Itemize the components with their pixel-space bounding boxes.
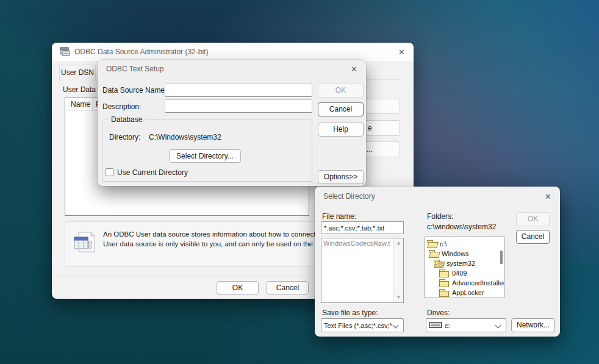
select-directory-close-icon[interactable]: ✕ [543, 192, 553, 201]
data-source-name-label: Data Source Name: [102, 86, 167, 95]
main-cancel-button[interactable]: Cancel [267, 281, 309, 294]
tree-item-label: c:\ [440, 240, 447, 248]
network-button-label: Network... [517, 321, 550, 329]
network-button[interactable]: Network... [511, 318, 555, 332]
save-file-as-type-label: Save file as type: [322, 309, 378, 317]
main-cancel-label: Cancel [276, 284, 299, 292]
directory-label: Directory: [109, 133, 140, 141]
database-groupbox: Database Directory: C:\Windows\system32 … [102, 120, 312, 182]
folder-closed-icon [439, 269, 450, 277]
tree-scrollbar-thumb[interactable] [500, 251, 503, 264]
text-setup-ok-button[interactable]: OK [318, 84, 364, 98]
text-setup-title: ODBC Text Setup [106, 65, 164, 73]
tab-user-dsn-label: User DSN [61, 68, 94, 77]
tree-item-0409[interactable]: 0409 [439, 268, 467, 278]
main-ok-label: OK [232, 284, 243, 292]
chevron-down-icon [495, 323, 501, 329]
folder-open-icon [429, 250, 439, 258]
drive-icon [429, 322, 442, 329]
select-directory-cancel-label: Cancel [522, 232, 544, 241]
info-text-line1: An ODBC User data source stores informat… [103, 229, 339, 239]
remove-button-label: e [368, 124, 372, 132]
current-folder-path: c:\windows\system32 [427, 223, 496, 231]
datasource-info-icon [71, 231, 97, 258]
text-setup-help-button[interactable]: Help [318, 123, 364, 137]
select-directory-dialog: Select Directory ✕ File name: WindowsCod… [315, 187, 560, 337]
data-source-name-input[interactable] [165, 84, 312, 97]
drives-dropdown[interactable]: c: [426, 318, 506, 332]
folder-closed-icon [439, 289, 450, 297]
tree-item-applocker[interactable]: AppLocker [439, 288, 484, 298]
folder-closed-icon [439, 279, 450, 287]
file-list-item[interactable]: WindowsCodecsRaw.t [323, 240, 394, 247]
folder-tree[interactable]: c:\ Windows system32 0409 AdvancedInstal… [425, 237, 504, 298]
tree-item-label: AppLocker [452, 289, 484, 296]
database-legend: Database [109, 115, 145, 124]
file-list[interactable]: WindowsCodecsRaw.t ▲ ▼ [321, 238, 404, 303]
main-ok-button[interactable]: OK [217, 281, 259, 294]
folder-open-icon [427, 240, 437, 248]
select-directory-ok-button[interactable]: OK [516, 212, 550, 226]
tree-item-label: system32 [447, 260, 475, 267]
directory-value: C:\Windows\system32 [149, 133, 221, 141]
file-type-dropdown[interactable]: Text Files (*.asc;*.csv;*. [321, 318, 404, 332]
tree-item-label: 0409 [452, 269, 467, 277]
odbc-app-icon [60, 47, 70, 57]
chevron-down-icon [393, 323, 399, 329]
tree-item-advancedinstallers[interactable]: AdvancedInstallers [439, 278, 504, 288]
drives-label: Drives: [427, 309, 450, 317]
odbc-text-setup-dialog: ODBC Text Setup ✕ Data Source Name: Desc… [98, 60, 366, 186]
configure-button-label: ... [367, 145, 373, 154]
desktop-wallpaper: ODBC Data Source Administrator (32-bit) … [0, 0, 599, 364]
tree-item-system32[interactable]: system32 [434, 259, 475, 268]
text-setup-cancel-button[interactable]: Cancel [318, 102, 364, 116]
tree-item-c-drive[interactable]: c:\ [427, 239, 447, 249]
user-data-sources-label: User Data S [63, 85, 102, 94]
tree-item-label: AdvancedInstallers [452, 279, 504, 287]
folder-open-selected-icon [434, 260, 444, 268]
text-setup-options-button[interactable]: Options>> [318, 170, 364, 184]
info-text-line2: User data source is only visible to you,… [103, 239, 339, 249]
file-type-value: Text Files (*.asc;*.csv;*. [324, 322, 392, 329]
tree-item-windows[interactable]: Windows [429, 249, 469, 259]
text-setup-ok-label: OK [335, 86, 346, 95]
text-setup-close-icon[interactable]: ✕ [350, 65, 359, 74]
select-directory-ok-label: OK [528, 215, 538, 223]
window-title: ODBC Data Source Administrator (32-bit) [74, 43, 208, 61]
select-directory-button[interactable]: Select Directory... [169, 149, 241, 163]
description-input[interactable] [165, 99, 312, 113]
tree-item-label: Windows [442, 250, 469, 257]
file-list-scrollbar[interactable]: ▲ ▼ [393, 238, 403, 302]
scroll-down-icon[interactable]: ▼ [394, 293, 403, 302]
info-text: An ODBC User data source stores informat… [103, 229, 339, 249]
tab-user-dsn[interactable]: User DSN [59, 65, 96, 80]
text-setup-cancel-label: Cancel [329, 105, 352, 113]
text-setup-options-label: Options>> [324, 173, 357, 181]
folders-label: Folders: [427, 212, 453, 221]
select-directory-cancel-button[interactable]: Cancel [516, 230, 550, 244]
description-label: Description: [102, 102, 141, 111]
close-icon[interactable]: ✕ [397, 48, 406, 57]
file-name-input[interactable] [321, 221, 404, 234]
scroll-up-icon[interactable]: ▲ [394, 239, 403, 248]
use-current-directory-label: Use Current Directory [117, 168, 188, 177]
use-current-directory-checkbox[interactable] [106, 168, 113, 176]
select-directory-button-label: Select Directory... [176, 152, 234, 160]
column-header-name[interactable]: Name [65, 98, 93, 110]
file-name-label: File name: [322, 212, 356, 221]
drives-value: c: [445, 322, 450, 329]
select-directory-title: Select Directory [323, 192, 375, 201]
text-setup-help-label: Help [333, 125, 348, 134]
main-titlebar: ODBC Data Source Administrator (32-bit) … [52, 43, 414, 61]
